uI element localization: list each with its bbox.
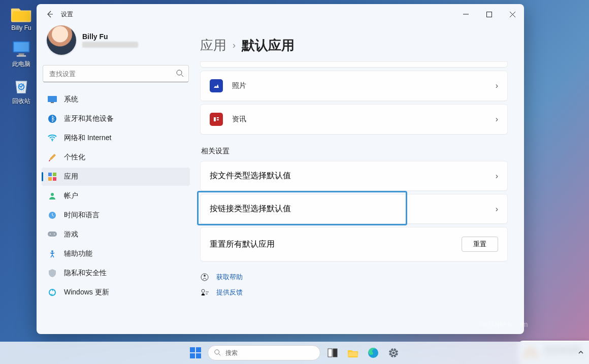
svg-rect-11 (48, 173, 52, 176)
section-title-related: 相关设置 (201, 147, 508, 156)
reset-button[interactable]: 重置 (462, 237, 498, 252)
system-icon (48, 95, 57, 104)
chevron-right-icon: › (496, 81, 498, 90)
svg-rect-1 (14, 42, 28, 51)
footer-links: 获取帮助 提供反馈 (200, 273, 508, 297)
profile-section[interactable]: Billy Fu (42, 24, 190, 65)
close-button[interactable] (501, 6, 524, 22)
svg-rect-24 (214, 117, 216, 121)
taskbar-settings[interactable] (385, 345, 402, 361)
brush-icon (48, 153, 57, 162)
pc-icon (10, 39, 32, 59)
chevron-right-icon: › (496, 205, 498, 214)
svg-rect-36 (333, 349, 337, 357)
desktop-recycle-bin[interactable]: 回收站 (4, 76, 39, 106)
search-input[interactable] (43, 65, 189, 82)
nav-label: 时间和语言 (64, 211, 100, 220)
app-name: 照片 (232, 81, 246, 90)
svg-rect-7 (48, 96, 57, 102)
breadcrumb: 应用 › 默认应用 (200, 37, 508, 54)
sidebar-item-privacy[interactable]: 隐私和安全性 (42, 264, 190, 282)
nav-label: 游戏 (64, 230, 78, 239)
shield-icon (48, 269, 57, 278)
breadcrumb-parent[interactable]: 应用 (200, 37, 226, 54)
svg-rect-8 (51, 102, 54, 103)
sidebar-item-apps[interactable]: 应用 (42, 168, 190, 186)
minimize-icon (463, 12, 469, 17)
sidebar-item-network[interactable]: 网络和 Internet (42, 129, 190, 147)
sidebar-item-personalization[interactable]: 个性化 (42, 148, 190, 167)
nav-list: 系统 蓝牙和其他设备 网络和 Internet 个性化 应用 帐户 时间和语言 … (42, 90, 190, 302)
update-icon (48, 288, 57, 297)
taskbar-edge[interactable] (365, 345, 381, 361)
accessibility-icon (48, 249, 57, 258)
setting-label: 按文件类型选择默认值 (210, 171, 291, 181)
desktop-this-pc[interactable]: 此电脑 (4, 39, 39, 69)
app-name: 资讯 (232, 115, 246, 124)
app-card-photos[interactable]: 照片 › (200, 71, 508, 101)
svg-rect-3 (17, 55, 26, 57)
svg-point-29 (202, 289, 205, 292)
taskbar: 搜索 (0, 342, 589, 364)
nav-label: 隐私和安全性 (64, 269, 107, 278)
svg-rect-23 (212, 115, 220, 123)
desktop-folder-billyfu[interactable]: Billy Fu (4, 3, 39, 31)
person-icon (48, 191, 57, 201)
get-help-link[interactable]: 获取帮助 (216, 273, 243, 282)
taskbar-search[interactable]: 搜索 (208, 345, 320, 360)
svg-point-15 (51, 193, 54, 196)
desktop-icon-label: 回收站 (12, 97, 30, 106)
nav-label: 蓝牙和其他设备 (64, 114, 114, 123)
main-content: 应用 › 默认应用 照片 › 资讯 (195, 24, 524, 334)
sidebar-item-accessibility[interactable]: 辅助功能 (42, 245, 190, 263)
recycle-bin-icon (10, 76, 32, 96)
app-card-news[interactable]: 资讯 › (200, 104, 508, 135)
nav-label: 帐户 (64, 191, 78, 201)
avatar (47, 25, 76, 55)
desktop-icon-label: 此电脑 (12, 60, 30, 69)
maximize-button[interactable] (477, 6, 501, 22)
setting-label: 重置所有默认应用 (210, 239, 275, 250)
svg-point-28 (204, 275, 206, 277)
nav-label: 辅助功能 (64, 249, 92, 258)
svg-rect-5 (486, 12, 492, 17)
sidebar-item-bluetooth[interactable]: 蓝牙和其他设备 (42, 110, 190, 128)
desktop-icons: Billy Fu 此电脑 回收站 (4, 3, 39, 113)
setting-by-file-type[interactable]: 按文件类型选择默认值 › (200, 161, 508, 191)
edge-icon (368, 347, 379, 358)
gear-icon (388, 347, 399, 358)
nav-label: 应用 (64, 172, 78, 181)
sidebar-item-gaming[interactable]: 游戏 (42, 225, 190, 244)
chevron-right-icon: › (496, 172, 498, 181)
sidebar-item-time[interactable]: 时间和语言 (42, 206, 190, 224)
svg-rect-12 (53, 173, 56, 176)
taskbar-explorer[interactable] (345, 345, 361, 361)
svg-rect-33 (196, 353, 201, 358)
start-button[interactable] (187, 345, 204, 361)
titlebar: 设置 (37, 4, 524, 24)
minimize-button[interactable] (454, 6, 477, 22)
folder-icon (10, 3, 32, 23)
svg-rect-2 (19, 53, 24, 55)
feedback-icon (200, 288, 209, 297)
tray-expand-button[interactable] (578, 348, 584, 357)
sidebar-item-system[interactable]: 系统 (42, 90, 190, 109)
svg-rect-31 (196, 347, 201, 352)
nav-label: 个性化 (64, 153, 85, 162)
nav-label: Windows 更新 (64, 288, 109, 297)
svg-rect-26 (217, 119, 219, 120)
svg-rect-25 (217, 117, 219, 118)
sidebar: Billy Fu 系统 蓝牙和其他设备 网络和 Internet 个性化 应用 … (37, 24, 195, 334)
svg-rect-32 (190, 353, 195, 358)
close-icon (510, 12, 515, 17)
give-feedback-link[interactable]: 提供反馈 (216, 288, 243, 297)
taskbar-search-placeholder: 搜索 (225, 349, 238, 357)
sidebar-item-update[interactable]: Windows 更新 (42, 283, 190, 302)
sidebar-item-accounts[interactable]: 帐户 (42, 187, 190, 205)
back-button[interactable] (41, 5, 59, 23)
svg-point-6 (177, 70, 182, 75)
task-view-button[interactable] (324, 345, 341, 361)
setting-by-link-type[interactable]: 按链接类型选择默认值 › (200, 194, 508, 224)
news-app-icon (210, 113, 223, 126)
profile-name: Billy Fu (82, 32, 138, 41)
